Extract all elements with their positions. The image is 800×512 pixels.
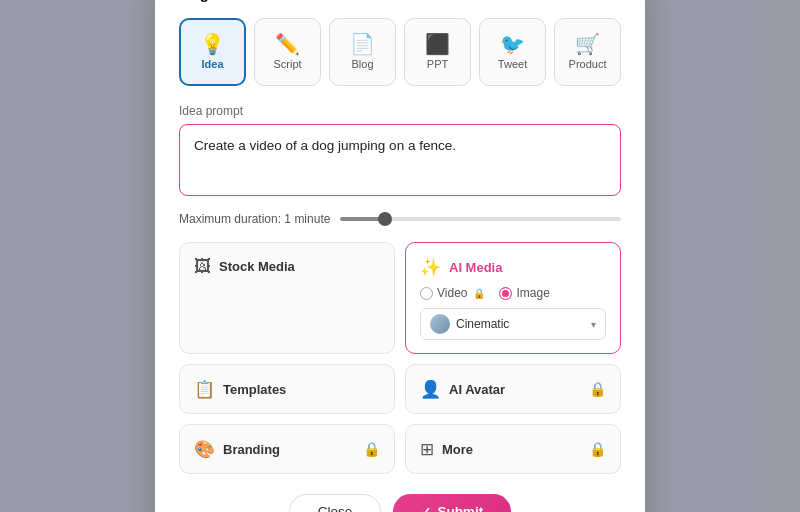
ai-avatar-lock-icon: 🔒 bbox=[589, 381, 606, 397]
tab-script[interactable]: ✏️ Script bbox=[254, 18, 321, 86]
more-left: ⊞ More bbox=[420, 438, 473, 460]
tab-ppt[interactable]: ⬛ PPT bbox=[404, 18, 471, 86]
tab-idea[interactable]: 💡 Idea bbox=[179, 18, 246, 86]
tab-idea-label: Idea bbox=[202, 58, 224, 70]
stock-media-row: 🖼 Stock Media bbox=[194, 256, 380, 277]
submit-label: Submit bbox=[437, 504, 483, 512]
branding-lock-icon: 🔒 bbox=[363, 441, 380, 457]
script-icon: ✏️ bbox=[275, 34, 300, 54]
modal-title: Magic Create bbox=[179, 0, 621, 2]
video-radio bbox=[420, 287, 433, 300]
chevron-down-icon: ▾ bbox=[591, 319, 596, 330]
duration-label: Maximum duration: 1 minute bbox=[179, 212, 330, 226]
more-card[interactable]: ⊞ More 🔒 bbox=[405, 424, 621, 474]
product-icon: 🛒 bbox=[575, 34, 600, 54]
ai-media-card[interactable]: ✨ AI Media Video 🔒 Image C bbox=[405, 242, 621, 354]
video-option[interactable]: Video 🔒 bbox=[420, 286, 485, 300]
tab-product-label: Product bbox=[569, 58, 607, 70]
idea-prompt-label: Idea prompt bbox=[179, 104, 621, 118]
cinematic-avatar bbox=[430, 314, 450, 334]
check-icon: ✓ bbox=[421, 505, 431, 513]
video-label: Video bbox=[437, 286, 467, 300]
image-option[interactable]: Image bbox=[499, 286, 549, 300]
tab-blog-label: Blog bbox=[352, 58, 374, 70]
stock-media-left: 🖼 Stock Media bbox=[194, 256, 295, 277]
tab-script-label: Script bbox=[274, 58, 302, 70]
more-title: More bbox=[442, 442, 473, 457]
duration-slider[interactable] bbox=[340, 217, 621, 221]
stock-media-title: Stock Media bbox=[219, 259, 295, 274]
cards-grid: 🖼 Stock Media ✨ AI Media Video 🔒 bbox=[179, 242, 621, 474]
more-row: ⊞ More 🔒 bbox=[420, 438, 606, 460]
slider-thumb bbox=[378, 212, 392, 226]
branding-card[interactable]: 🎨 Branding 🔒 bbox=[179, 424, 395, 474]
ai-avatar-row: 👤 AI Avatar 🔒 bbox=[420, 378, 606, 400]
lock-small-icon: 🔒 bbox=[473, 288, 485, 299]
ppt-icon: ⬛ bbox=[425, 34, 450, 54]
branding-title: Branding bbox=[223, 442, 280, 457]
magic-create-modal: Magic Create 💡 Idea ✏️ Script 📄 Blog ⬛ P… bbox=[155, 0, 645, 512]
tab-tweet-label: Tweet bbox=[498, 58, 527, 70]
branding-left: 🎨 Branding bbox=[194, 438, 280, 460]
more-lock-icon: 🔒 bbox=[589, 441, 606, 457]
templates-icon: 📋 bbox=[194, 379, 215, 400]
branding-icon: 🎨 bbox=[194, 439, 215, 460]
duration-row: Maximum duration: 1 minute bbox=[179, 212, 621, 226]
templates-row: 📋 Templates bbox=[194, 378, 380, 400]
ai-media-icon: ✨ bbox=[420, 257, 441, 278]
tweet-icon: 🐦 bbox=[500, 34, 525, 54]
ai-avatar-left: 👤 AI Avatar bbox=[420, 378, 505, 400]
type-tabs-container: 💡 Idea ✏️ Script 📄 Blog ⬛ PPT 🐦 Tweet 🛒 … bbox=[179, 18, 621, 86]
modal-footer: Close ✓ Submit bbox=[179, 494, 621, 512]
image-radio bbox=[499, 287, 512, 300]
ai-media-title: AI Media bbox=[449, 260, 502, 275]
submit-button[interactable]: ✓ Submit bbox=[393, 494, 511, 512]
idea-prompt-input[interactable]: Create a video of a dog jumping on a fen… bbox=[179, 124, 621, 196]
stock-media-icon: 🖼 bbox=[194, 257, 211, 277]
ai-media-content: ✨ AI Media Video 🔒 Image C bbox=[420, 256, 606, 340]
idea-icon: 💡 bbox=[200, 34, 225, 54]
close-button[interactable]: Close bbox=[289, 494, 382, 512]
ai-avatar-card[interactable]: 👤 AI Avatar 🔒 bbox=[405, 364, 621, 414]
templates-card[interactable]: 📋 Templates bbox=[179, 364, 395, 414]
blog-icon: 📄 bbox=[350, 34, 375, 54]
style-select[interactable]: Cinematic ▾ bbox=[420, 308, 606, 340]
templates-title: Templates bbox=[223, 382, 286, 397]
stock-media-card[interactable]: 🖼 Stock Media bbox=[179, 242, 395, 354]
ai-avatar-icon: 👤 bbox=[420, 379, 441, 400]
ai-media-header: ✨ AI Media bbox=[420, 256, 606, 278]
tab-blog[interactable]: 📄 Blog bbox=[329, 18, 396, 86]
branding-row: 🎨 Branding 🔒 bbox=[194, 438, 380, 460]
ai-avatar-title: AI Avatar bbox=[449, 382, 505, 397]
image-label: Image bbox=[516, 286, 549, 300]
tab-product[interactable]: 🛒 Product bbox=[554, 18, 621, 86]
tab-ppt-label: PPT bbox=[427, 58, 448, 70]
more-icon: ⊞ bbox=[420, 439, 434, 460]
templates-left: 📋 Templates bbox=[194, 378, 286, 400]
ai-media-options: Video 🔒 Image bbox=[420, 286, 606, 300]
tab-tweet[interactable]: 🐦 Tweet bbox=[479, 18, 546, 86]
style-label: Cinematic bbox=[456, 317, 509, 331]
